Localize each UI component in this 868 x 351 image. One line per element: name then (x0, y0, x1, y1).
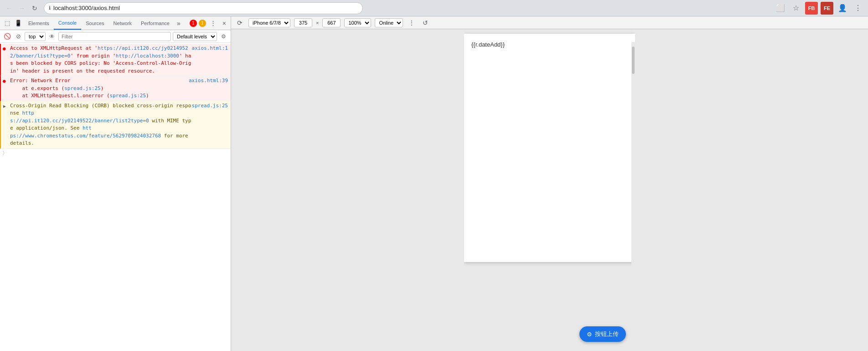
filter-input[interactable] (58, 32, 171, 41)
devtools-panel: ⬚ 📱 Elements Console Sources Network Per… (0, 16, 231, 351)
phone-frame: {{r.dateAdd}} (464, 34, 635, 262)
error-stack-link-2[interactable]: spread.js:25 (110, 93, 146, 99)
console-warning-1-text: Cross-Origin Read Blocking (CORB) blocke… (10, 102, 192, 147)
corb-doc-link[interactable]: htt ps://www.chromestatus.com/feature/56… (10, 125, 161, 139)
log-level-select[interactable]: Default levels (173, 32, 217, 41)
float-upload-button[interactable]: ⚙ 按钮上传 (579, 326, 626, 342)
zoom-select[interactable]: 100% (344, 18, 371, 27)
prompt-arrow-icon: 〉 (3, 150, 5, 156)
tab-more-button[interactable]: » (174, 19, 183, 28)
float-btn-icon: ⚙ (587, 331, 592, 338)
dots-icon[interactable]: ⋮ (407, 18, 417, 28)
error-stack-link-1[interactable]: spread.js:25 (64, 85, 100, 91)
console-messages: ● Access to XMLHttpRequest at 'https://a… (0, 43, 231, 351)
console-error-1: ● Access to XMLHttpRequest at 'https://a… (0, 44, 231, 76)
collapse-arrow-1[interactable]: ▶ (3, 103, 6, 110)
inspect-element-icon[interactable]: ⬚ (2, 18, 13, 29)
warning-badge: 1 (199, 20, 206, 27)
phone-content: {{r.dateAdd}} (464, 34, 635, 262)
template-text: {{r.dateAdd}} (471, 41, 505, 48)
url-text: localhost:3000/axios.html (53, 5, 358, 11)
menu-button[interactable]: ⋮ (852, 2, 864, 15)
devtools-settings-icon[interactable]: ⋮ (208, 18, 219, 29)
profile-button1[interactable]: FB (805, 2, 818, 15)
prompt-cursor (9, 150, 12, 156)
float-btn-label: 按钮上传 (595, 330, 619, 338)
console-toolbar: 🚫 ⊘ top 👁 Default levels ⚙ (0, 30, 231, 43)
lock-icon: ℹ (49, 5, 51, 11)
console-error-1-text: Access to XMLHttpRequest at 'https://api… (10, 45, 192, 75)
eye-button[interactable]: 👁 (47, 32, 57, 41)
width-input[interactable] (294, 18, 312, 27)
browser-titlebar: ← → ↻ ℹ localhost:3000/axios.html ⬜ ☆ FB… (0, 0, 868, 16)
back-button[interactable]: ← (4, 3, 15, 14)
device-select[interactable]: iPhone 6/7/8 (248, 18, 290, 27)
error-2-location[interactable]: axios.html:39 (189, 77, 228, 85)
console-warning-1: ▶ Cross-Origin Read Blocking (CORB) bloc… (0, 101, 231, 149)
scrollbar-thumb (632, 47, 635, 74)
origin-link-1[interactable]: http://localhost:3000 (116, 53, 179, 59)
console-clear-button[interactable]: 🚫 (3, 32, 12, 41)
console-error-2: ● Error: Network Error at e.exports (spr… (0, 76, 231, 101)
page-scrollbar[interactable] (631, 42, 635, 351)
console-error-2-text: Error: Network Error at e.exports (sprea… (10, 77, 189, 100)
profile-button2[interactable]: FE (821, 2, 833, 15)
dim-separator: × (316, 20, 319, 26)
device-mode-icon[interactable]: 📱 (13, 18, 24, 29)
phone-frame-area: {{r.dateAdd}} ⚙ 按钮上传 (464, 29, 635, 351)
console-settings-button[interactable]: ⚙ (219, 32, 228, 41)
user-button[interactable]: 👤 (836, 2, 849, 15)
devtools-container: ⬚ 📱 Elements Console Sources Network Per… (0, 16, 868, 351)
reload-button[interactable]: ↻ (29, 3, 40, 14)
network-select[interactable]: Online (375, 18, 403, 27)
console-prompt[interactable]: 〉 (0, 149, 231, 157)
error-icon-1: ● (3, 45, 6, 53)
cast-button[interactable]: ⬜ (774, 2, 787, 15)
error-1-location[interactable]: axios.html:1 (192, 45, 228, 52)
error-badge: 1 (190, 20, 197, 27)
address-bar[interactable]: ℹ localhost:3000/axios.html (44, 2, 363, 14)
corb-url-link[interactable]: http s://api.it120.cc/jy02149522/banner/… (10, 110, 149, 124)
context-select[interactable]: top (25, 32, 46, 41)
tab-sources[interactable]: Sources (81, 16, 108, 30)
device-toolbar: ⟳ iPhone 6/7/8 × 100% Online ⋮ ↺ (231, 16, 868, 29)
rotate-icon[interactable]: ⟳ (235, 18, 245, 28)
tab-performance[interactable]: Performance (136, 16, 174, 30)
tab-console[interactable]: Console (54, 16, 81, 30)
console-option2-button[interactable]: ⊘ (14, 32, 23, 41)
bookmark-button[interactable]: ☆ (790, 2, 802, 15)
tab-elements[interactable]: Elements (24, 16, 54, 30)
devtools-tabs: ⬚ 📱 Elements Console Sources Network Per… (0, 16, 231, 30)
browser-actions: ⬜ ☆ FB FE 👤 ⋮ (774, 2, 864, 15)
height-input[interactable] (322, 18, 341, 27)
tab-network[interactable]: Network (109, 16, 136, 30)
page-preview: ⟳ iPhone 6/7/8 × 100% Online ⋮ ↺ {{r.dat… (231, 16, 868, 351)
error-icon-2: ● (3, 78, 6, 85)
devtools-close-button[interactable]: × (220, 19, 229, 28)
forward-button[interactable]: → (16, 3, 27, 14)
refresh-icon[interactable]: ↺ (420, 18, 430, 28)
nav-buttons: ← → ↻ (4, 3, 40, 14)
warning-1-location[interactable]: spread.js:25 (192, 102, 228, 110)
